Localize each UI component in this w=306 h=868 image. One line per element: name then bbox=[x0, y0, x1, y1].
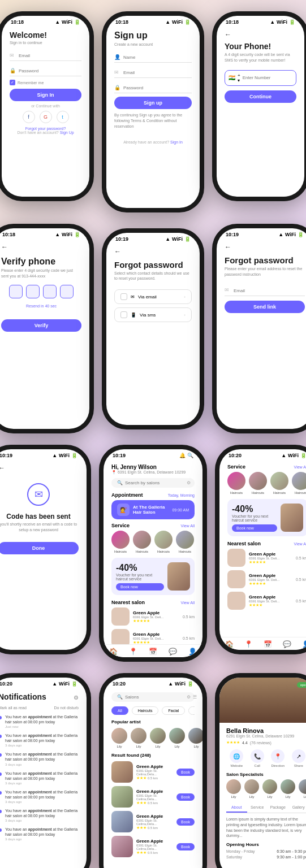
calendar-nav[interactable]: 📅 bbox=[149, 648, 157, 656]
settings-icon[interactable]: ⚙ bbox=[74, 695, 79, 701]
google-button[interactable]: G bbox=[40, 111, 52, 123]
notification-5[interactable]: You have an appointment at the Galleria … bbox=[0, 789, 79, 804]
password-field[interactable]: 🔒 bbox=[10, 64, 81, 76]
service-view-all[interactable]: View All bbox=[294, 465, 306, 469]
service-item-1[interactable]: Haircuts bbox=[111, 531, 130, 553]
email-reset-field[interactable]: ✉ bbox=[225, 284, 305, 296]
service-item[interactable]: Haircuts bbox=[249, 472, 267, 494]
service-item[interactable]: Haircuts bbox=[227, 472, 245, 494]
popular-3[interactable]: Lily bbox=[150, 728, 166, 748]
nearest-salon-view-all[interactable]: View All bbox=[181, 601, 195, 605]
back-button[interactable]: ← bbox=[114, 248, 192, 255]
email-field[interactable]: ✉ bbox=[10, 49, 81, 61]
result-4[interactable]: Green Apple 6391 Elgin St. Celina,Dela..… bbox=[111, 836, 195, 857]
chat-nav[interactable]: 💬 bbox=[169, 648, 177, 656]
send-link-button[interactable]: Send link bbox=[225, 301, 305, 313]
back-button[interactable]: ← bbox=[225, 31, 296, 38]
book-button-1[interactable]: Book bbox=[176, 769, 195, 776]
book-button-3[interactable]: Book bbox=[176, 818, 195, 826]
search-bar[interactable]: 🔍 ⚙ ☰ bbox=[111, 692, 195, 702]
tab-gallery[interactable]: Gallery bbox=[288, 803, 307, 813]
sign-up-button[interactable]: Sign up bbox=[114, 97, 192, 109]
tab-haircuts[interactable]: Haircuts bbox=[132, 706, 159, 715]
email-input[interactable] bbox=[114, 68, 192, 78]
popular-5[interactable]: Lily bbox=[188, 728, 202, 748]
specialist-1[interactable]: Lily bbox=[226, 779, 241, 798]
salon-item[interactable]: Green Apple 6391 Elgin St. Deli... ★★★★★… bbox=[227, 570, 306, 588]
search-input[interactable] bbox=[125, 480, 184, 485]
remember-checkbox[interactable]: ✓ bbox=[10, 80, 15, 85]
salon-item-1[interactable]: Green Apple 6391 Elgin St. Deli... ★★★★★… bbox=[111, 607, 195, 626]
tab-package[interactable]: Package bbox=[268, 803, 288, 813]
tab-service[interactable]: Service bbox=[247, 803, 268, 813]
otp-box-3[interactable] bbox=[43, 285, 57, 298]
name-field[interactable]: 👤 bbox=[114, 51, 192, 63]
service-item-3[interactable]: Haircuts bbox=[154, 531, 173, 553]
do-not-disturb-link[interactable]: Do not disturb bbox=[54, 706, 79, 710]
salon-item[interactable]: Green Apple 6391 Elgin St. Deli... ★★★★ … bbox=[227, 592, 306, 610]
book-now-button[interactable]: Book now bbox=[116, 583, 164, 591]
filter-icon[interactable]: ⚙ bbox=[187, 480, 191, 485]
notification-4[interactable]: You have an appointment at the Galleria … bbox=[0, 771, 79, 785]
back-button[interactable]: ← bbox=[0, 464, 79, 472]
bell-icon[interactable]: 🔔 bbox=[179, 453, 186, 458]
website-action[interactable]: 🌐 Website bbox=[230, 749, 243, 767]
password-input[interactable] bbox=[114, 83, 192, 93]
home-nav[interactable]: 🏠 bbox=[109, 648, 118, 656]
search-icon[interactable]: 🔍 bbox=[187, 453, 193, 458]
specialist-5[interactable]: Lily bbox=[299, 779, 306, 798]
twitter-button[interactable]: t bbox=[57, 111, 69, 123]
book-button-2[interactable]: Book bbox=[176, 793, 195, 801]
popular-4[interactable]: Lily bbox=[169, 728, 185, 748]
home-nav[interactable]: 🏠 bbox=[225, 640, 234, 648]
specialist-3[interactable]: Lily bbox=[262, 779, 277, 798]
direction-action[interactable]: 📍 Direction bbox=[271, 749, 285, 767]
chat-nav[interactable]: 💬 bbox=[283, 640, 291, 648]
specialist-2[interactable]: Lily bbox=[244, 779, 259, 798]
service-item[interactable]: Haircuts bbox=[270, 472, 288, 494]
tab-facial[interactable]: Facial bbox=[162, 706, 185, 715]
mark-all-link[interactable]: Mark all as read bbox=[0, 706, 27, 710]
sms-checkbox[interactable] bbox=[120, 311, 127, 318]
continue-button[interactable]: Continue bbox=[225, 90, 296, 103]
phone-number-input[interactable] bbox=[243, 75, 302, 80]
password-input[interactable] bbox=[10, 66, 81, 76]
result-3[interactable]: Green Apple 6391 Elgin St. Celina,Dela..… bbox=[111, 811, 195, 832]
notification-3[interactable]: You have an appointment at the Galleria … bbox=[0, 752, 79, 766]
result-2[interactable]: Green Apple 6391 Elgin St. Celina,Dela..… bbox=[111, 786, 195, 808]
service-item-2[interactable]: Haircuts bbox=[133, 531, 151, 553]
sign-in-button[interactable]: Sign In bbox=[10, 89, 81, 101]
search-input[interactable] bbox=[125, 695, 184, 700]
email-input[interactable] bbox=[10, 51, 81, 61]
verify-button[interactable]: Verify bbox=[1, 319, 81, 332]
name-input[interactable] bbox=[114, 53, 192, 63]
popular-2[interactable]: Lily bbox=[131, 728, 146, 748]
popular-1[interactable]: Lily bbox=[111, 728, 127, 748]
email-reset-input[interactable] bbox=[225, 286, 305, 296]
sign-up-link[interactable]: Sign Up bbox=[60, 131, 74, 134]
resend-link[interactable]: Resend in 40 sec bbox=[1, 304, 81, 308]
notification-1[interactable]: You have an appointment at the Galleria … bbox=[0, 714, 79, 728]
book-now-button[interactable]: Book now bbox=[232, 524, 277, 532]
via-sms-option[interactable]: 📱 Via sms › bbox=[114, 307, 192, 322]
call-action[interactable]: 📞 Call bbox=[251, 749, 264, 767]
filter-icon[interactable]: ⚙ bbox=[187, 695, 191, 700]
notification-7[interactable]: You have an appointment at the Galleria … bbox=[0, 827, 79, 841]
map-nav[interactable]: 📍 bbox=[129, 648, 137, 656]
otp-box-2[interactable] bbox=[26, 285, 40, 298]
facebook-button[interactable]: f bbox=[23, 111, 35, 123]
profile-nav[interactable]: 👤 bbox=[302, 640, 307, 648]
otp-box-4[interactable] bbox=[60, 285, 74, 298]
otp-box-1[interactable] bbox=[9, 285, 23, 298]
book-button-4[interactable]: Book bbox=[176, 843, 195, 850]
menu-icon[interactable]: ☰ bbox=[193, 695, 197, 700]
password-field[interactable]: 🔒 bbox=[114, 81, 192, 93]
back-button[interactable]: ← bbox=[1, 243, 81, 251]
map-nav[interactable]: 📍 bbox=[244, 640, 253, 648]
view-all[interactable]: View All bbox=[294, 542, 306, 546]
email-checkbox[interactable] bbox=[120, 293, 127, 300]
calendar-nav[interactable]: 📅 bbox=[264, 640, 272, 648]
notification-6[interactable]: You have an appointment at the Galleria … bbox=[0, 808, 79, 822]
tab-massage[interactable]: Massage bbox=[188, 706, 195, 715]
done-button[interactable]: Done bbox=[0, 542, 79, 554]
